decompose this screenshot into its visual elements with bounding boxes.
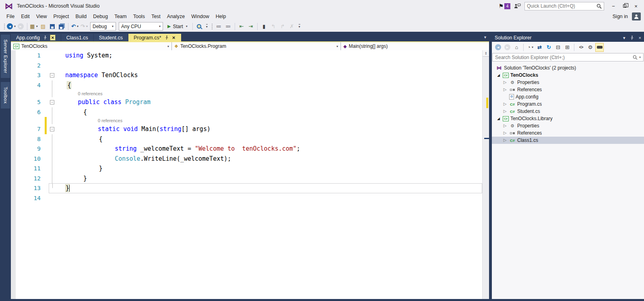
close-icon[interactable]: × xyxy=(171,35,176,40)
solution-explorer-header[interactable]: Solution Explorer ▾ × xyxy=(492,34,644,42)
chevron-down-icon[interactable]: ▾ xyxy=(36,25,38,28)
quick-launch-input[interactable] xyxy=(527,3,595,9)
expander-icon[interactable]: ▷ xyxy=(502,80,508,84)
toolbar-overflow-button[interactable]: ▾ xyxy=(299,24,300,29)
chevron-down-icon[interactable]: ▾ xyxy=(167,45,169,48)
expander-icon[interactable]: ▷ xyxy=(502,109,508,113)
close-button[interactable]: × xyxy=(630,1,642,11)
solution-configurations-combo[interactable]: Debug▾ xyxy=(90,22,116,31)
pending-changes-filter-button[interactable]: ◔▾ xyxy=(526,43,535,52)
properties-button[interactable]: ⚙ xyxy=(586,43,594,52)
search-box[interactable]: ▾ xyxy=(492,53,644,61)
code-text[interactable]: static void Main(string[] args) xyxy=(56,125,482,133)
tree-item-solution-tenoclocks-2-projects[interactable]: ⋈Solution 'TenOClocks' (2 projects) xyxy=(492,64,644,72)
window-position-dropdown[interactable]: ▾ xyxy=(623,35,625,41)
increase-line-indent-button[interactable]: ⇥ xyxy=(246,22,255,31)
home-button[interactable]: ⌂ xyxy=(512,43,521,52)
fold-collapse-toggle[interactable]: − xyxy=(50,127,54,131)
toggle-bookmark-button[interactable]: ▮ xyxy=(260,22,268,31)
tree-item-program-cs[interactable]: ▷C#Program.cs xyxy=(492,100,644,108)
quick-launch-box[interactable] xyxy=(524,2,604,10)
tab-app-config[interactable]: App.config× xyxy=(11,34,61,41)
expander-icon[interactable]: ▷ xyxy=(502,102,508,106)
breakpoint-margin[interactable] xyxy=(11,50,16,299)
add-new-item-button[interactable]: ▨ xyxy=(39,22,47,31)
chevron-down-icon[interactable]: ▾ xyxy=(186,25,188,28)
pin-icon[interactable] xyxy=(630,36,634,40)
project-dropdown[interactable]: C# TenOClocks ▾ xyxy=(11,42,172,50)
expander-icon[interactable]: ▷ xyxy=(502,124,508,128)
chevron-down-icon[interactable]: ▾ xyxy=(639,55,641,59)
tab-class1-cs[interactable]: Class1.cs xyxy=(61,34,93,41)
next-bookmark-button[interactable]: ↱ xyxy=(278,22,287,31)
new-project-button[interactable]: ▦▾ xyxy=(29,22,38,31)
menu-help[interactable]: Help xyxy=(213,13,229,20)
close-icon[interactable]: × xyxy=(50,35,56,41)
minimize-button[interactable]: − xyxy=(608,1,619,11)
fold-collapse-toggle[interactable]: − xyxy=(50,73,54,78)
code-text[interactable]: namespace TenOClocks xyxy=(56,72,482,79)
tree-item-class1-cs[interactable]: ▷C#Class1.cs xyxy=(492,137,644,144)
code-text[interactable]: } xyxy=(56,165,482,172)
toolbar-grip[interactable] xyxy=(4,23,5,30)
restore-button[interactable] xyxy=(619,1,630,11)
menu-build[interactable]: Build xyxy=(72,13,90,20)
menu-test[interactable]: Test xyxy=(148,13,164,20)
editor-split-handle[interactable]: ⇕ xyxy=(483,50,489,57)
codelens-references-link[interactable]: 0 references xyxy=(56,118,482,123)
code-text[interactable]: } xyxy=(56,184,482,192)
show-all-files-button[interactable]: ⊞ xyxy=(563,43,572,52)
member-dropdown[interactable]: ◆ Main(string[] args) xyxy=(341,42,489,50)
toolbar-grip[interactable] xyxy=(211,23,213,30)
tree-item-references[interactable]: ▷References xyxy=(492,86,644,93)
solution-platforms-combo[interactable]: Any CPU▾ xyxy=(119,22,163,31)
prev-bookmark-button[interactable]: ↰ xyxy=(269,22,278,31)
decrease-line-indent-button[interactable]: ⇤ xyxy=(237,22,246,31)
save-all-button[interactable] xyxy=(57,22,66,31)
code-lines[interactable]: 1using System;23−namespace TenOClocks4{0… xyxy=(16,50,482,299)
chevron-down-icon[interactable]: ▾ xyxy=(14,25,16,28)
chevron-down-icon[interactable]: ▾ xyxy=(159,25,161,28)
side-tab-server-explorer[interactable]: Server Explorer xyxy=(1,35,10,78)
close-icon[interactable]: × xyxy=(639,35,641,40)
editor-vertical-scrollbar[interactable]: ⇕ xyxy=(482,50,489,299)
codelens-references-link[interactable]: 0 references xyxy=(56,91,482,96)
tree-item-properties[interactable]: ▷⚙Properties xyxy=(492,122,644,129)
uncomment-button[interactable]: ≕ xyxy=(224,22,233,31)
chevron-down-icon[interactable]: ▾ xyxy=(336,45,338,48)
expander-icon[interactable]: ▷ xyxy=(502,131,508,135)
expander-icon[interactable]: ▷ xyxy=(502,138,508,142)
collapse-all-button[interactable]: ⊟ xyxy=(554,43,562,52)
navigate-forward-button[interactable]: ▶ xyxy=(503,43,512,52)
chevron-down-icon[interactable]: ▾ xyxy=(86,25,88,28)
navigate-back-button[interactable]: ◀ xyxy=(494,43,502,52)
side-tab-toolbox[interactable]: Toolbox xyxy=(1,82,10,109)
chevron-down-icon[interactable]: ▾ xyxy=(532,45,533,49)
code-text[interactable]: Console.WriteLine(_welcomeText); xyxy=(56,155,482,162)
document-list-dropdown[interactable]: ▼ xyxy=(483,35,487,39)
expander-icon[interactable]: ◢ xyxy=(496,74,501,77)
pin-icon[interactable] xyxy=(165,36,169,40)
code-text[interactable]: { xyxy=(56,135,482,143)
menu-window[interactable]: Window xyxy=(188,13,212,20)
solution-search-input[interactable] xyxy=(495,55,631,60)
user-avatar[interactable] xyxy=(632,12,641,20)
navigate-forward-button[interactable]: ▶ xyxy=(16,22,25,31)
code-text[interactable]: public class Program xyxy=(56,98,482,106)
tree-item-app-config[interactable]: ⚙App.config xyxy=(492,93,644,100)
code-text[interactable]: string _welcomeText = "Welcome to tenOcl… xyxy=(56,145,482,152)
chevron-down-icon[interactable]: ▾ xyxy=(77,25,78,28)
expander-icon[interactable]: ◢ xyxy=(496,117,501,121)
start-debugging-button[interactable]: ▶Start▾ xyxy=(165,24,190,29)
code-editor[interactable]: 1using System;23−namespace TenOClocks4{0… xyxy=(11,50,489,299)
menu-project[interactable]: Project xyxy=(50,13,72,20)
menu-team[interactable]: Team xyxy=(111,13,130,20)
preview-selected-items-button[interactable] xyxy=(595,43,604,52)
tree-item-properties[interactable]: ▷⚙Properties xyxy=(492,79,644,86)
menu-analyze[interactable]: Analyze xyxy=(164,13,188,20)
pin-icon[interactable] xyxy=(43,36,47,40)
tree-item-tenoclocks-library[interactable]: ◢C#TenOClocks.Library xyxy=(492,115,644,122)
menu-file[interactable]: File xyxy=(3,13,18,20)
clear-bookmarks-button[interactable]: ✗ xyxy=(287,22,296,31)
menu-view[interactable]: View xyxy=(33,13,50,20)
